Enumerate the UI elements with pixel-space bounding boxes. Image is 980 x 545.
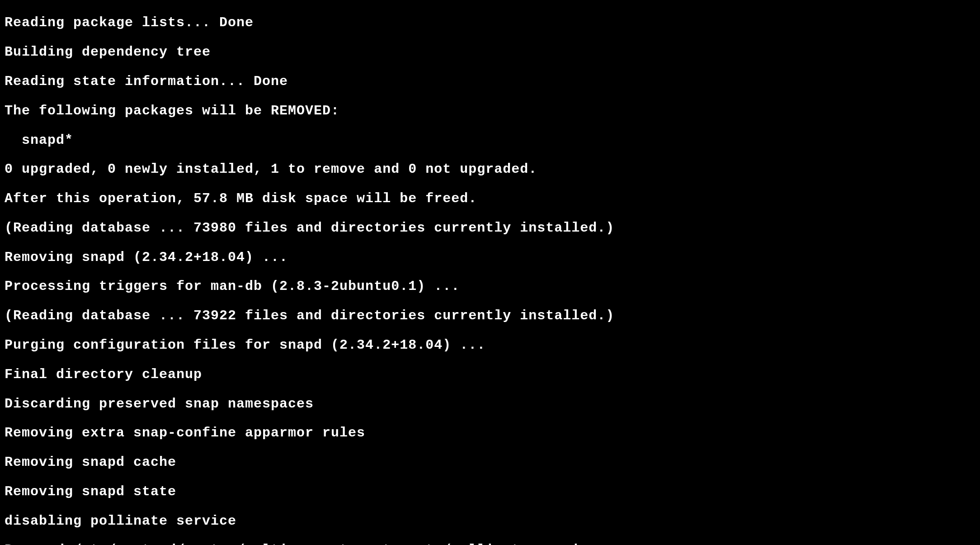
output-line: disabling pollinate service xyxy=(5,514,975,528)
output-line: Removed /etc/systemd/system/multi-user.t… xyxy=(5,543,975,545)
output-line: snapd* xyxy=(5,133,975,147)
output-line: Processing triggers for man-db (2.8.3-2u… xyxy=(5,279,975,294)
output-line: 0 upgraded, 0 newly installed, 1 to remo… xyxy=(5,162,975,176)
output-line: (Reading database ... 73922 files and di… xyxy=(5,308,975,323)
output-line: Removing snapd cache xyxy=(5,455,975,469)
output-line: Reading state information... Done xyxy=(5,74,975,89)
output-line: Reading package lists... Done xyxy=(5,15,975,30)
output-line: After this operation, 57.8 MB disk space… xyxy=(5,191,975,206)
output-line: Discarding preserved snap namespaces xyxy=(5,397,975,411)
output-line: The following packages will be REMOVED: xyxy=(5,104,975,118)
output-line: Removing extra snap-confine apparmor rul… xyxy=(5,426,975,440)
output-line: Removing snapd (2.34.2+18.04) ... xyxy=(5,250,975,265)
terminal-output[interactable]: Reading package lists... Done Building d… xyxy=(0,0,980,545)
output-line: Building dependency tree xyxy=(5,45,975,59)
output-line: Final directory cleanup xyxy=(5,367,975,382)
output-line: Removing snapd state xyxy=(5,484,975,499)
output-line: Purging configuration files for snapd (2… xyxy=(5,338,975,352)
output-line: (Reading database ... 73980 files and di… xyxy=(5,221,975,235)
